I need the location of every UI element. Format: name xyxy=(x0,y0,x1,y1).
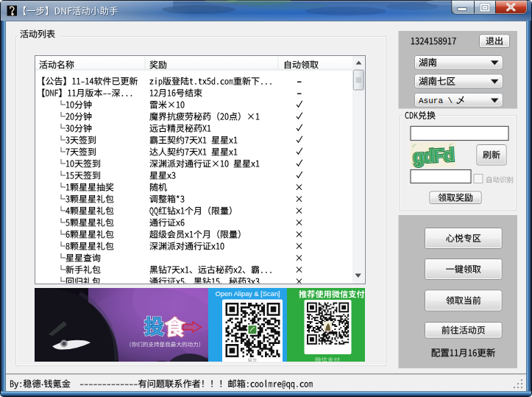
svg-text:Asura \: Asura \ xyxy=(419,96,453,105)
svg-text:gdFd: gdFd xyxy=(412,144,454,167)
svg-text:Open Alipay & [Scan]: Open Alipay & [Scan] xyxy=(216,290,280,298)
